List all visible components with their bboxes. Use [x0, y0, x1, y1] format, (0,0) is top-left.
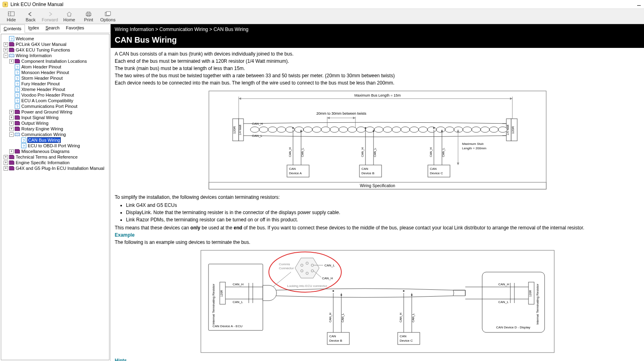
minimize-icon[interactable]: –: [637, 2, 641, 9]
book-icon: [14, 121, 20, 126]
expand-icon[interactable]: +: [4, 166, 8, 171]
expand-icon[interactable]: +: [9, 127, 14, 131]
page-icon: ?: [14, 70, 20, 75]
title-bar: ? Link ECU Online Manual –: [0, 0, 644, 9]
svg-text:CAN_L: CAN_L: [374, 148, 377, 157]
tree-misc[interactable]: Miscellaneous Diagrams: [21, 149, 70, 154]
tree[interactable]: ?Welcome +PCLink G4X User Manual +G4X EC…: [1, 34, 109, 360]
svg-point-80: [463, 127, 472, 132]
tree-storm[interactable]: Storm Header Pinout: [21, 76, 63, 80]
svg-text:Length = 200mm: Length = 200mm: [462, 146, 487, 150]
svg-text:CAN_H: CAN_H: [329, 313, 332, 322]
tab-contents[interactable]: Contents: [0, 25, 25, 33]
svg-text:?: ?: [23, 138, 25, 142]
expand-icon[interactable]: +: [9, 116, 14, 120]
svg-point-59: [277, 127, 286, 132]
tree-fury[interactable]: Fury Header Pinout: [21, 81, 60, 86]
options-button[interactable]: Options: [99, 10, 117, 23]
content-pane[interactable]: Wiring Information > Communication Wirin…: [111, 24, 644, 361]
svg-text:?: ?: [16, 93, 18, 97]
forward-button: Forward: [41, 10, 59, 23]
svg-text:Internal Terminating Resistor: Internal Terminating Resistor: [536, 284, 539, 325]
expand-icon[interactable]: +: [4, 48, 8, 52]
tree-output[interactable]: Output Wiring: [21, 121, 49, 126]
side-tabs: Contents Index Search Favorites: [0, 24, 110, 33]
svg-point-81: [472, 127, 481, 132]
expand-icon[interactable]: +: [9, 59, 14, 64]
tree-power[interactable]: Power and Ground Wiring: [21, 109, 73, 114]
home-button[interactable]: Home: [60, 10, 78, 23]
svg-point-56: [250, 127, 259, 132]
svg-point-91: [292, 127, 294, 129]
svg-point-63: [312, 127, 321, 132]
expand-icon[interactable]: +: [9, 121, 14, 126]
forward-label: Forward: [42, 17, 58, 22]
svg-point-66: [339, 127, 348, 132]
tab-search[interactable]: Search: [42, 24, 63, 33]
tree-engine[interactable]: Engine Specific Information: [15, 160, 70, 165]
book-icon: [9, 155, 14, 159]
print-button[interactable]: Print: [80, 10, 97, 23]
tree-tuning[interactable]: G4X ECU Tuning Functions: [15, 47, 70, 52]
tree-welcome[interactable]: Welcome: [15, 36, 35, 41]
svg-text:Device B: Device B: [329, 339, 342, 342]
tree-xtreme[interactable]: Xtreme Header Pinout: [21, 87, 66, 92]
tree-obd[interactable]: ECU to OBD-II Port Wiring: [27, 143, 80, 148]
svg-text:CAN_H: CAN_H: [361, 147, 364, 157]
page-icon: ?: [14, 104, 20, 109]
svg-text:Device B: Device B: [361, 171, 374, 175]
tree-canbus[interactable]: CAN Bus Wiring: [27, 137, 61, 143]
tree-atom[interactable]: Atom Header Pinout: [21, 64, 62, 69]
expand-icon[interactable]: +: [9, 149, 14, 154]
sidebar: Contents Index Search Favorites ?Welcome…: [0, 24, 111, 361]
expand-icon[interactable]: +: [4, 42, 8, 47]
svg-text:20mm to 30mm between twists: 20mm to 30mm between twists: [316, 111, 366, 116]
collapse-icon[interactable]: −: [9, 132, 14, 137]
svg-text:CAN_L: CAN_L: [301, 148, 304, 157]
tree-monsoon[interactable]: Monsoon Header Pinout: [21, 70, 70, 75]
example-diagram: Comms Connector CAN_L CAN_H Looking into…: [200, 250, 555, 353]
svg-text:CAN_L: CAN_L: [233, 300, 243, 304]
collapse-icon[interactable]: −: [4, 54, 8, 58]
svg-text:CAN_L: CAN_L: [498, 300, 509, 304]
window-title: Link ECU Online Manual: [10, 2, 63, 7]
expand-icon[interactable]: +: [9, 110, 14, 114]
tree-input[interactable]: Input Signal Wiring: [21, 115, 59, 120]
tree-pclink[interactable]: PCLink G4X User Manual: [15, 42, 67, 47]
svg-point-75: [419, 127, 427, 132]
svg-text:CAN: CAN: [361, 167, 368, 171]
breadcrumb: Wiring Information > Communication Wirin…: [111, 24, 644, 35]
svg-point-160: [403, 290, 405, 292]
book-icon: [14, 149, 20, 154]
tree-loom[interactable]: ECU A Loom Compatibility: [21, 98, 74, 103]
svg-point-82: [481, 127, 489, 132]
svg-text:CAN_H: CAN_H: [233, 283, 244, 286]
svg-text:CAN Device D - Display: CAN Device D - Display: [496, 326, 530, 329]
page-icon: ?: [14, 76, 20, 80]
svg-text:Wiring Specification: Wiring Specification: [360, 184, 395, 188]
tree-comms[interactable]: Communications Port Pinout: [21, 104, 78, 109]
expand-icon[interactable]: +: [4, 155, 8, 159]
tree-comp-install[interactable]: Component Installation Locations: [21, 59, 87, 64]
svg-point-95: [433, 127, 435, 129]
book-icon: [14, 109, 20, 114]
svg-point-64: [321, 127, 330, 132]
svg-text:CAN_L: CAN_L: [412, 313, 415, 322]
hide-button[interactable]: Hide: [2, 10, 20, 23]
tree-tech[interactable]: Technical Terms and Reference: [15, 155, 78, 159]
tree-comm-wiring[interactable]: Communication Wiring: [21, 132, 66, 137]
svg-rect-5: [87, 12, 90, 13]
tree-wiring[interactable]: Wiring Information: [15, 53, 52, 58]
tree-plugin[interactable]: G4X and G5 Plug-In ECU Installation Manu…: [15, 166, 105, 171]
tab-favorites[interactable]: Favorites: [63, 24, 87, 33]
book-icon: [9, 160, 14, 165]
expand-icon[interactable]: +: [4, 161, 8, 165]
back-button[interactable]: Back: [22, 10, 39, 23]
tree-rotary[interactable]: Rotary Engine Wiring: [21, 126, 64, 131]
svg-text:Internal Terminating Resistor: Internal Terminating Resistor: [212, 284, 215, 325]
tab-index[interactable]: Index: [25, 24, 42, 33]
svg-point-70: [374, 127, 383, 132]
tree-voodoo[interactable]: Voodoo Pro Header Pinout: [21, 93, 74, 97]
svg-point-68: [357, 127, 365, 132]
svg-text:?: ?: [16, 82, 18, 86]
